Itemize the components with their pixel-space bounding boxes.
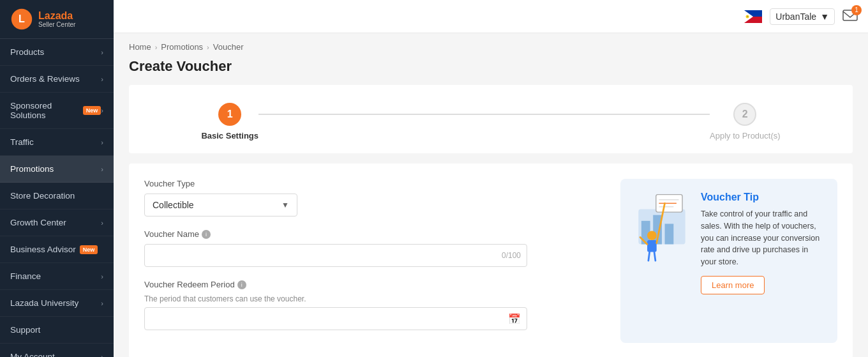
sidebar-item-my-account[interactable]: My Account ›	[0, 344, 114, 357]
step-line	[258, 114, 710, 115]
form-left: Voucher Type Collectible ▼ Voucher Name …	[144, 179, 605, 343]
sidebar-item-finance[interactable]: Finance ›	[0, 263, 114, 290]
chevron-right-icon: ›	[101, 165, 103, 173]
sidebar-item-label: Products	[10, 47, 44, 57]
step-1-circle: 1	[218, 103, 241, 126]
logo-subtitle: Seller Center	[38, 21, 75, 28]
svg-line-20	[648, 252, 650, 261]
sidebar-navigation: Products › Orders & Reviews › Sponsored …	[0, 39, 114, 357]
content-area: Home › Promotions › Voucher Create Vouch…	[114, 33, 868, 357]
voucher-redeem-hint: The period that customers can use the vo…	[144, 294, 605, 303]
sidebar-item-label: Business Advisor	[10, 245, 76, 254]
sidebar-item-label: My Account	[10, 352, 55, 357]
breadcrumb: Home › Promotions › Voucher	[114, 33, 868, 56]
sidebar-item-label: Lazada University	[10, 298, 79, 308]
sidebar-item-label: Growth Center	[10, 218, 66, 227]
sidebar-logo: L Lazada Seller Center	[0, 0, 114, 39]
learn-more-button[interactable]: Learn more	[701, 276, 765, 294]
breadcrumb-home[interactable]: Home	[129, 42, 151, 52]
sidebar-item-label: Store Decoration	[10, 191, 75, 201]
voucher-name-input-wrapper: 0/100	[144, 244, 527, 267]
tip-title: Voucher Tip	[701, 192, 825, 203]
voucher-type-label: Voucher Type	[144, 179, 605, 188]
chevron-right-icon: ›	[101, 49, 103, 56]
dropdown-arrow-icon: ▼	[820, 11, 829, 22]
voucher-date-input-wrapper: 📅	[144, 307, 527, 330]
voucher-redeem-period-field: Voucher Redeem Period i The period that …	[144, 280, 605, 330]
chevron-right-icon: ›	[101, 300, 103, 307]
dropdown-arrow-icon: ▼	[281, 201, 289, 209]
chevron-right-icon: ›	[101, 219, 103, 227]
sidebar-item-promotions[interactable]: Promotions ›	[0, 156, 114, 183]
svg-line-21	[654, 252, 655, 261]
sidebar-item-support[interactable]: Support	[0, 317, 114, 344]
user-dropdown[interactable]: UrbanTale ▼	[770, 8, 835, 25]
svg-text:☀: ☀	[747, 15, 749, 18]
nav-item-left: Business Advisor New	[10, 245, 98, 254]
sidebar-item-orders-reviews[interactable]: Orders & Reviews ›	[0, 66, 114, 93]
sidebar-item-label: Finance	[10, 271, 41, 281]
voucher-name-info-icon[interactable]: i	[202, 230, 211, 239]
voucher-name-input[interactable]	[144, 244, 527, 267]
tip-content: Voucher Tip Take control of your traffic…	[701, 192, 825, 294]
topbar: ☀ UrbanTale ▼ 1	[114, 0, 868, 33]
tip-text: Take control of your traffic and sales. …	[701, 208, 825, 268]
sidebar: L Lazada Seller Center Products › Orders…	[0, 0, 114, 357]
voucher-date-input[interactable]	[144, 307, 527, 330]
mail-count-badge: 1	[851, 5, 862, 15]
step-1-number: 1	[227, 109, 233, 120]
form-card: Voucher Type Collectible ▼ Voucher Name …	[129, 163, 853, 357]
chevron-right-icon: ›	[101, 75, 103, 83]
step-1-label: Basic Settings	[201, 131, 258, 141]
svg-text:L: L	[19, 13, 25, 24]
voucher-name-field: Voucher Name i 0/100	[144, 229, 605, 267]
voucher-redeem-info-icon[interactable]: i	[237, 280, 246, 289]
breadcrumb-voucher: Voucher	[213, 42, 244, 52]
svg-rect-11	[665, 224, 674, 244]
svg-rect-17	[647, 240, 657, 252]
chevron-right-icon: ›	[101, 353, 103, 358]
breadcrumb-promotions[interactable]: Promotions	[161, 42, 203, 52]
step-1: 1 Basic Settings	[201, 103, 258, 141]
voucher-type-value: Collectible	[153, 200, 194, 210]
tip-illustration-svg	[633, 192, 691, 262]
username-label: UrbanTale	[775, 11, 816, 22]
steps-card: 1 Basic Settings 2 Apply to Product(s)	[129, 85, 853, 153]
sidebar-item-lazada-university[interactable]: Lazada University ›	[0, 290, 114, 317]
sidebar-item-label: Promotions	[10, 164, 54, 174]
step-2-circle: 2	[733, 103, 756, 126]
voucher-tip-panel: Voucher Tip Take control of your traffic…	[620, 179, 837, 343]
lazada-logo-icon: L	[10, 8, 33, 31]
main-area: ☀ UrbanTale ▼ 1 Home › Promotions › Vouc…	[114, 0, 868, 357]
new-badge: New	[83, 106, 101, 115]
sidebar-item-label: Traffic	[10, 137, 34, 147]
breadcrumb-sep-1: ›	[155, 43, 158, 51]
sidebar-item-traffic[interactable]: Traffic ›	[0, 129, 114, 156]
chevron-right-icon: ›	[101, 139, 103, 146]
chevron-right-icon: ›	[101, 107, 103, 114]
logo-name: Lazada	[38, 10, 75, 22]
step-2-number: 2	[742, 109, 748, 120]
voucher-type-dropdown[interactable]: Collectible ▼	[144, 194, 297, 216]
mail-button[interactable]: 1	[842, 9, 858, 24]
country-flag: ☀	[744, 10, 762, 23]
tip-illustration	[633, 192, 691, 264]
new-badge: New	[80, 245, 98, 254]
sidebar-item-sponsored-solutions[interactable]: Sponsored Solutions New ›	[0, 93, 114, 129]
sidebar-item-store-decoration[interactable]: Store Decoration	[0, 183, 114, 209]
chevron-right-icon: ›	[101, 273, 103, 280]
sidebar-item-products[interactable]: Products ›	[0, 39, 114, 66]
logo-text: Lazada Seller Center	[38, 10, 75, 29]
nav-item-left: Sponsored Solutions New	[10, 101, 101, 120]
svg-point-16	[647, 231, 657, 240]
sidebar-item-business-advisor[interactable]: Business Advisor New	[0, 236, 114, 263]
steps-container: 1 Basic Settings 2 Apply to Product(s)	[201, 103, 780, 141]
sidebar-item-label: Orders & Reviews	[10, 74, 80, 84]
voucher-name-counter: 0/100	[502, 251, 521, 260]
sidebar-item-growth-center[interactable]: Growth Center ›	[0, 209, 114, 236]
breadcrumb-sep-2: ›	[207, 43, 209, 51]
sidebar-item-label: Support	[10, 325, 40, 335]
calendar-icon: 📅	[508, 313, 521, 325]
voucher-redeem-period-label: Voucher Redeem Period i	[144, 280, 605, 289]
step-2-label: Apply to Product(s)	[710, 131, 781, 141]
